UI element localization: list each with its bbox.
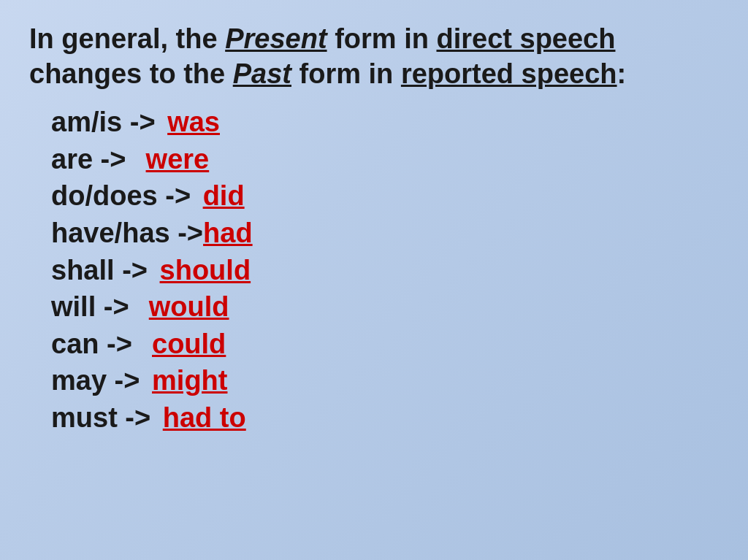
reported-speech-phrase: reported speech bbox=[401, 58, 617, 89]
list-item: will -> would bbox=[51, 289, 719, 325]
item-result: had bbox=[203, 215, 253, 251]
list-item: have/has -> had bbox=[51, 215, 719, 251]
intro-line1: In general, the Present form in direct s… bbox=[29, 23, 615, 54]
item-result: did bbox=[203, 178, 245, 214]
item-result: was bbox=[167, 104, 220, 140]
list-item: am/is -> was bbox=[51, 104, 719, 140]
item-label: may -> bbox=[51, 363, 148, 399]
present-word: Present bbox=[225, 23, 327, 54]
intro-changes: changes to the bbox=[29, 58, 233, 89]
slide: In general, the Present form in direct s… bbox=[0, 0, 748, 560]
item-label: have/has -> bbox=[51, 215, 203, 251]
intro-after-present: form in bbox=[327, 23, 437, 54]
item-label: shall -> bbox=[51, 253, 156, 288]
item-result: had to bbox=[163, 400, 246, 436]
item-result: would bbox=[149, 289, 229, 325]
item-result: could bbox=[152, 326, 226, 362]
items-container: am/is -> was are -> were do/does -> did … bbox=[29, 104, 719, 436]
past-word: Past bbox=[233, 58, 291, 89]
intro-after-past: form in bbox=[291, 58, 401, 89]
list-item: may -> might bbox=[51, 363, 719, 399]
list-item: must -> had to bbox=[51, 400, 719, 436]
list-item: can -> could bbox=[51, 326, 719, 362]
item-label: can -> bbox=[51, 326, 148, 362]
list-item: do/does -> did bbox=[51, 178, 719, 214]
item-result: should bbox=[160, 253, 251, 288]
intro-line2: changes to the Past form in reported spe… bbox=[29, 58, 626, 89]
direct-speech-phrase: direct speech bbox=[436, 23, 615, 54]
list-item: shall -> should bbox=[51, 253, 719, 288]
intro-text: In general, the Present form in direct s… bbox=[29, 22, 719, 91]
intro-before-present: In general, the bbox=[29, 23, 225, 54]
intro-colon: : bbox=[617, 58, 627, 89]
list-item: are -> were bbox=[51, 142, 719, 177]
item-result: were bbox=[146, 142, 210, 177]
item-result: might bbox=[152, 363, 227, 399]
item-label: must -> bbox=[51, 400, 159, 436]
item-label: will -> bbox=[51, 289, 145, 325]
item-label: do/does -> bbox=[51, 178, 199, 214]
item-label: am/is -> bbox=[51, 104, 163, 140]
item-label: are -> bbox=[51, 142, 142, 177]
